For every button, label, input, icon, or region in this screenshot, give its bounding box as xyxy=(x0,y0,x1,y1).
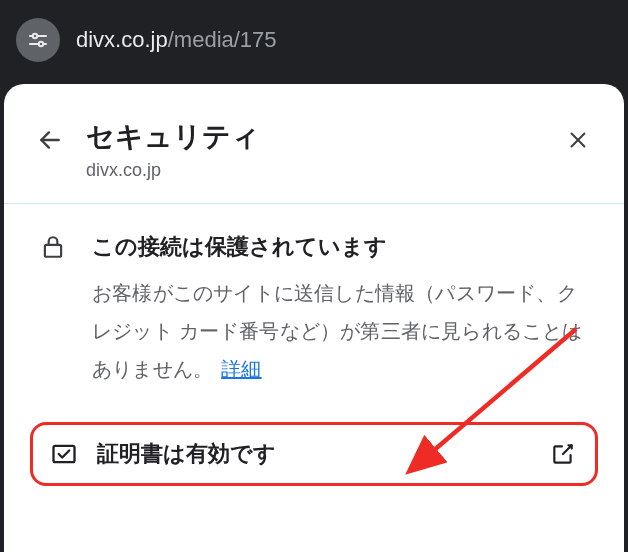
connection-body: お客様がこのサイトに送信した情報（パスワード、クレジット カード番号など）が第三… xyxy=(92,274,594,388)
connection-title: この接続は保護されています xyxy=(92,232,594,262)
checkbox-checked-icon xyxy=(49,440,79,468)
url-domain: divx.co.jp xyxy=(76,27,168,52)
svg-line-9 xyxy=(563,445,572,454)
close-icon xyxy=(567,129,589,151)
certificate-row[interactable]: 証明書は有効です xyxy=(30,422,598,486)
tune-icon[interactable] xyxy=(16,18,60,62)
svg-rect-8 xyxy=(54,445,75,461)
connection-text: この接続は保護されています お客様がこのサイトに送信した情報（パスワード、クレジ… xyxy=(92,232,594,388)
url-path: /media/175 xyxy=(168,27,277,52)
svg-rect-7 xyxy=(45,244,61,256)
address-bar: divx.co.jp/media/175 xyxy=(0,0,628,80)
title-column: セキュリティ divx.co.jp xyxy=(86,120,542,181)
panel-header: セキュリティ divx.co.jp xyxy=(4,84,624,204)
security-panel: セキュリティ divx.co.jp この接続は保護されています お客様がこのサイ… xyxy=(4,84,624,552)
svg-point-3 xyxy=(39,42,43,46)
svg-point-1 xyxy=(33,34,37,38)
connection-section: この接続は保護されています お客様がこのサイトに送信した情報（パスワード、クレジ… xyxy=(4,204,624,418)
details-link[interactable]: 詳細 xyxy=(221,358,261,380)
certificate-label: 証明書は有効です xyxy=(97,439,531,469)
lock-icon xyxy=(38,232,68,260)
close-button[interactable] xyxy=(562,124,594,156)
open-external-icon xyxy=(549,441,577,467)
panel-title: セキュリティ xyxy=(86,120,542,154)
panel-domain: divx.co.jp xyxy=(86,160,542,181)
back-button[interactable] xyxy=(34,124,66,156)
url-text[interactable]: divx.co.jp/media/175 xyxy=(76,27,277,53)
connection-body-text: お客様がこのサイトに送信した情報（パスワード、クレジット カード番号など）が第三… xyxy=(92,282,583,380)
arrow-left-icon xyxy=(37,127,63,153)
